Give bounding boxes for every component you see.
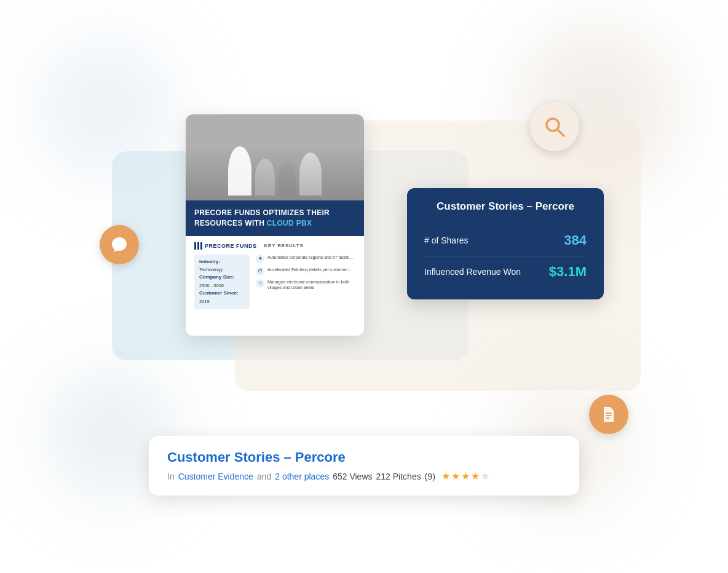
pitches-count: 212 Pitches — [376, 472, 421, 481]
doc-info-col: Industry: Technology Company Size: 2500 … — [194, 255, 250, 309]
views-count: 652 Views — [333, 472, 372, 481]
meeting-scene — [186, 114, 364, 200]
person-silhouette — [299, 152, 322, 196]
revenue-label: Influenced Revenue Won — [424, 267, 521, 277]
stats-card-title: Customer Stories – Percore — [424, 200, 587, 213]
company-size-value: 2500 - 5000 — [199, 283, 224, 288]
search-icon-bubble — [530, 102, 579, 151]
revenue-row: Influenced Revenue Won $3.1M — [424, 256, 587, 287]
result-text-2: Accelerated Fetching details per custome… — [267, 267, 351, 273]
rating-count: (9) — [425, 472, 435, 481]
doc-card-title: PRECORE FUNDS OPTIMIZES THEIR RESOURCES … — [194, 208, 355, 229]
star-3: ★ — [461, 470, 470, 482]
result-card-meta: In Customer Evidence and 2 other places … — [167, 470, 561, 482]
precore-logo: PRECORE FUNDS — [194, 242, 257, 250]
collection-link[interactable]: Customer Evidence — [178, 472, 253, 481]
person-silhouette — [255, 159, 275, 196]
document-icon — [599, 405, 619, 424]
industry-label: Industry: — [199, 258, 245, 266]
person-silhouette — [279, 162, 296, 196]
result-text-3: Managed electronic communication in both… — [267, 279, 355, 291]
search-icon — [542, 114, 567, 139]
result-icon-2: ⏱ — [256, 267, 264, 275]
revenue-value: $3.1M — [549, 264, 587, 280]
star-2: ★ — [451, 470, 460, 482]
doc-card-image — [186, 114, 364, 200]
logo-bars — [194, 242, 202, 250]
key-results-label: KEY RESULTS — [264, 243, 304, 248]
stats-card: Customer Stories – Percore # of Shares 3… — [407, 188, 604, 299]
star-4: ★ — [471, 470, 480, 482]
doc-icon-bubble — [589, 395, 628, 434]
logo-text: PRECORE FUNDS — [205, 243, 257, 249]
shares-row: # of Shares 384 — [424, 225, 587, 256]
chat-icon-bubble — [100, 225, 139, 264]
customer-since-label: Customer Since: — [199, 290, 245, 298]
star-rating: ★ ★ ★ ★ ★ — [441, 470, 489, 482]
doc-columns: Industry: Technology Company Size: 2500 … — [194, 255, 355, 309]
result-icon-3: ☆ — [256, 279, 264, 288]
result-text-1: Automated corporate regions and 57 facil… — [267, 255, 353, 261]
result-item-3: ☆ Managed electronic communication in bo… — [256, 279, 355, 291]
svg-line-1 — [557, 129, 564, 136]
chat-icon — [109, 235, 129, 255]
shares-value: 384 — [564, 232, 587, 248]
star-5: ★ — [481, 470, 489, 482]
customer-since-value: 2019 — [199, 299, 210, 304]
result-icon-1: ✦ — [256, 255, 264, 263]
result-item-2: ⏱ Accelerated Fetching details per custo… — [256, 267, 355, 275]
star-1: ★ — [441, 470, 450, 482]
in-label: In — [167, 472, 175, 481]
doc-card: PRECORE FUNDS OPTIMIZES THEIR RESOURCES … — [186, 114, 364, 336]
shares-label: # of Shares — [424, 235, 469, 245]
person-silhouette — [228, 146, 251, 196]
result-item-1: ✦ Automated corporate regions and 57 fac… — [256, 255, 355, 263]
main-scene: PRECORE FUNDS OPTIMIZES THEIR RESOURCES … — [87, 65, 641, 508]
result-card-title: Customer Stories – Percore — [167, 449, 561, 465]
doc-card-body: PRECORE FUNDS KEY RESULTS Industry: Tech… — [186, 236, 364, 315]
doc-card-title-bar: PRECORE FUNDS OPTIMIZES THEIR RESOURCES … — [186, 200, 364, 236]
industry-value: Technology — [199, 267, 223, 272]
other-places-link[interactable]: 2 other places — [275, 472, 329, 481]
logo-row: PRECORE FUNDS KEY RESULTS — [194, 242, 355, 250]
doc-results-col: ✦ Automated corporate regions and 57 fac… — [256, 255, 355, 309]
company-size-label: Company Size: — [199, 274, 245, 282]
result-card: Customer Stories – Percore In Customer E… — [149, 436, 579, 496]
and-label: and — [257, 472, 271, 481]
